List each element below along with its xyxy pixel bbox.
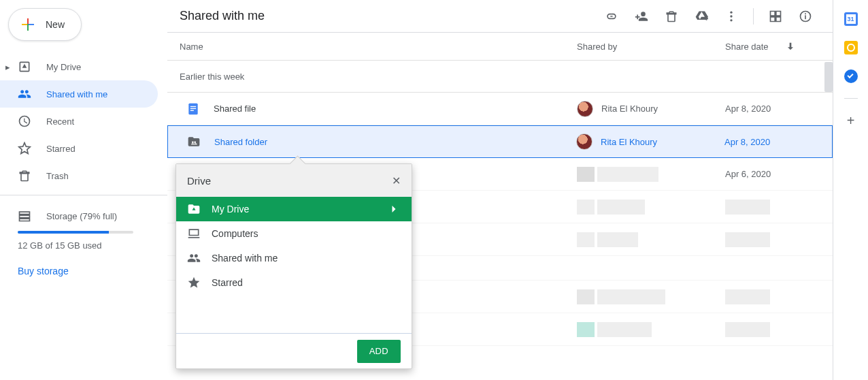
people-icon [187, 251, 201, 265]
expand-caret-icon[interactable]: ▸ [4, 62, 11, 72]
divider [0, 195, 167, 195]
nav-label: Recent [46, 116, 74, 127]
nav-shared-with-me[interactable]: Shared with me [0, 80, 158, 108]
clock-icon [18, 114, 31, 128]
picker-item-label: Shared with me [212, 253, 278, 264]
share-date: Apr 8, 2020 [725, 104, 820, 114]
column-name[interactable]: Name [180, 42, 577, 52]
divider [844, 98, 858, 99]
column-header-row: Name Shared by Share date [167, 33, 833, 60]
shared-folder-icon [187, 135, 201, 148]
picker-item-label: Starred [212, 277, 243, 288]
storage-used-text: 12 GB of 15 GB used [18, 240, 167, 251]
picker-item-my-drive[interactable]: My Drive [176, 197, 412, 221]
avatar [576, 133, 592, 150]
more-actions-button[interactable] [718, 3, 745, 30]
right-rail: 31 + [833, 0, 868, 380]
picker-item-shared-with-me[interactable]: Shared with me [176, 246, 412, 270]
new-button-label: New [46, 19, 65, 30]
storage-icon [18, 209, 31, 223]
nav-label: My Drive [46, 62, 81, 72]
get-link-button[interactable] [598, 3, 625, 30]
file-row-selected[interactable]: Shared folder Rita El Khoury Apr 8, 2020 [167, 125, 833, 158]
sidebar: New ▸ My Drive Shared with me Recent Sta… [0, 0, 167, 380]
file-name: Shared file [214, 104, 256, 114]
svg-point-0 [730, 11, 732, 13]
add-apps-button[interactable]: + [847, 114, 855, 127]
details-button[interactable] [792, 3, 819, 30]
storage-label: Storage (79% full) [46, 211, 117, 221]
group-header-label: Earlier this week [180, 72, 244, 82]
file-row[interactable]: Shared file Rita El Khoury Apr 8, 2020 [167, 93, 833, 125]
trash-icon [665, 10, 678, 23]
nav-label: Starred [46, 144, 76, 154]
column-share-date[interactable]: Share date [725, 41, 820, 52]
people-icon [18, 87, 31, 101]
nav-label: Trash [46, 171, 69, 181]
group-header: Earlier this week [167, 60, 833, 93]
svg-point-10 [192, 142, 194, 144]
computers-icon [187, 227, 201, 240]
picker-item-computers[interactable]: Computers [176, 221, 412, 246]
nav-recent[interactable]: Recent [0, 108, 158, 135]
file-name: Shared folder [214, 137, 267, 147]
svg-point-5 [805, 13, 806, 14]
column-shared-by[interactable]: Shared by [577, 42, 725, 52]
picker-item-starred[interactable]: Starred [176, 270, 412, 295]
link-icon [605, 10, 618, 23]
close-button[interactable]: ✕ [392, 174, 401, 187]
person-add-icon [635, 10, 648, 23]
scrollbar-thumb[interactable] [824, 62, 833, 92]
divider [753, 8, 754, 25]
avatar [577, 101, 593, 117]
view-toggle-button[interactable] [762, 3, 789, 30]
nav-starred[interactable]: Starred [0, 135, 158, 162]
share-date: Apr 6, 2020 [725, 169, 771, 179]
buy-storage-link[interactable]: Buy storage [18, 266, 69, 276]
chevron-right-icon [387, 202, 401, 216]
svg-rect-4 [805, 15, 806, 19]
sort-arrow-down-icon [785, 41, 796, 52]
nav-label: Shared with me [46, 89, 107, 99]
nav: ▸ My Drive Shared with me Recent Starred… [0, 53, 167, 189]
more-vert-icon [724, 10, 738, 23]
folder-drive-icon [187, 202, 201, 216]
new-button[interactable]: New [8, 8, 82, 41]
storage-block: Storage (79% full) 12 GB of 15 GB used B… [0, 201, 167, 276]
nav-my-drive[interactable]: ▸ My Drive [0, 53, 158, 80]
svg-rect-8 [190, 108, 196, 108]
nav-trash[interactable]: Trash [0, 162, 158, 189]
calendar-app-icon[interactable]: 31 [844, 12, 858, 26]
shared-by-name: Rita El Khoury [601, 137, 657, 147]
plus-icon [20, 16, 36, 33]
trash-icon [18, 169, 31, 183]
svg-point-1 [730, 15, 732, 17]
picker-footer: ADD [176, 333, 412, 368]
svg-rect-7 [190, 106, 196, 106]
picker-item-label: Computers [212, 228, 258, 239]
grid-view-icon [769, 10, 782, 23]
tasks-app-icon[interactable] [844, 69, 858, 83]
star-icon [18, 142, 31, 155]
column-share-date-label: Share date [725, 42, 769, 52]
header-action-icons [598, 3, 819, 30]
add-to-drive-button[interactable] [688, 3, 715, 30]
drive-add-icon [695, 10, 708, 23]
keep-app-icon[interactable] [844, 41, 858, 54]
star-icon [187, 276, 201, 289]
add-to-drive-picker: Drive ✕ My Drive Computers Shared with m… [176, 163, 412, 369]
picker-item-label: My Drive [212, 204, 249, 215]
add-button[interactable]: ADD [357, 340, 401, 363]
svg-rect-9 [190, 110, 194, 110]
storage-row[interactable]: Storage (79% full) [18, 205, 167, 227]
svg-point-11 [194, 142, 196, 144]
main-header: Shared with me [167, 0, 833, 33]
info-icon [799, 10, 812, 23]
share-button[interactable] [628, 3, 655, 30]
picker-header: Drive ✕ [176, 164, 412, 197]
remove-button[interactable] [658, 3, 685, 30]
docs-icon [186, 102, 200, 116]
svg-point-2 [730, 19, 732, 21]
picker-title: Drive [187, 175, 211, 187]
storage-bar [18, 231, 133, 234]
